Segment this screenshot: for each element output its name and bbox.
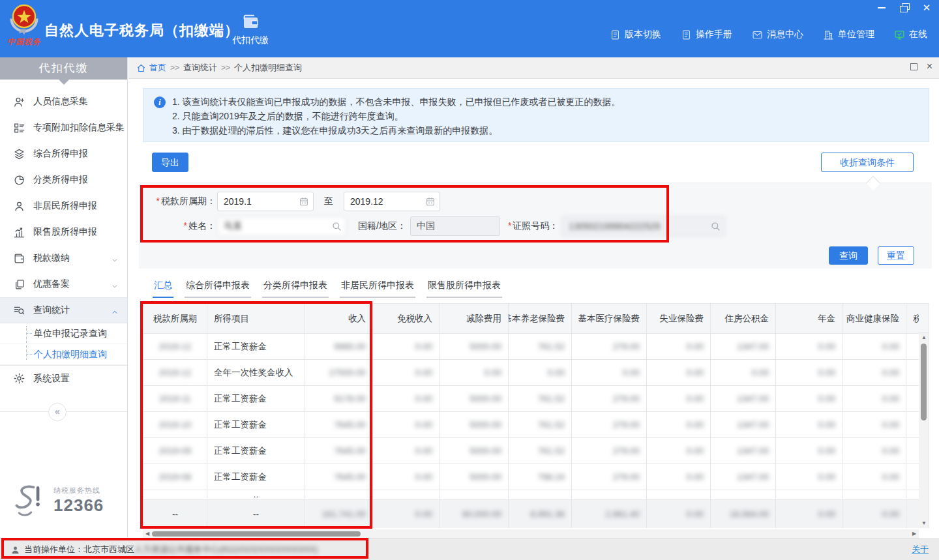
sidebar-item-9[interactable]: 系统设置 bbox=[0, 365, 127, 391]
result-table: 税款所属期所得项目收入免税收入减除费用基本养老保险费基本医疗保险费失业保险费住房… bbox=[143, 303, 919, 528]
cell-value: 0.00 bbox=[687, 472, 704, 482]
horizontal-scrollbar[interactable]: ◀ ▶ bbox=[143, 529, 919, 538]
name-field[interactable] bbox=[217, 216, 346, 236]
table-cell: 5000.00 bbox=[440, 412, 509, 438]
notice-lines: 1. 该查询统计表仅能查询已申报成功的数据，不包含未申报、申报失败，已申报但已作… bbox=[172, 95, 919, 138]
scroll-left-arrow[interactable]: ◀ bbox=[143, 529, 152, 538]
topmenu-item-online[interactable]: 在线 bbox=[894, 29, 927, 40]
tab-daikou-daijiao[interactable]: 代扣代缴 bbox=[227, 12, 274, 46]
sidebar-item-7[interactable]: 优惠备案 bbox=[0, 271, 127, 297]
query-button[interactable]: 查询 bbox=[829, 246, 868, 265]
table-cell: 2019-12 bbox=[143, 334, 207, 360]
vertical-scroll-thumb[interactable] bbox=[921, 344, 927, 420]
table-cell: 279.00 bbox=[572, 334, 647, 360]
table-cell: 279.00 bbox=[572, 386, 647, 412]
table-cell: 0.00 bbox=[776, 438, 842, 464]
sidebar-item-2[interactable]: 综合所得申报 bbox=[0, 141, 127, 167]
table-header-cell: 基本养老保险费 bbox=[509, 304, 572, 334]
tab-2[interactable]: 分类所得申报表 bbox=[262, 280, 329, 298]
close-icon[interactable]: ✕ bbox=[921, 3, 932, 13]
id-field[interactable] bbox=[562, 216, 725, 236]
table-cell bbox=[906, 412, 919, 438]
cell-value: 正常工资薪金 bbox=[214, 341, 267, 353]
table-cell: 27500.00 bbox=[305, 360, 373, 386]
period-from-field[interactable] bbox=[217, 192, 314, 211]
breadcrumb: 首页 >> 查询统计 >> 个人扣缴明细查询 × bbox=[128, 57, 939, 79]
table-cell: 9985.00 bbox=[305, 334, 373, 360]
sidebar-subitem-0[interactable]: 单位申报记录查询 bbox=[0, 323, 127, 344]
restore-icon[interactable] bbox=[899, 3, 910, 13]
sidebar-item-4[interactable]: 非居民所得申报 bbox=[0, 193, 127, 219]
cell-value: 27500.00 bbox=[329, 368, 366, 377]
cell-value: 1347.00 bbox=[737, 394, 769, 404]
national-emblem-icon bbox=[7, 3, 41, 37]
tab-4[interactable]: 限售股所得申报表 bbox=[426, 280, 502, 298]
tab-0[interactable]: 汇总 bbox=[153, 280, 173, 298]
reset-button[interactable]: 重置 bbox=[878, 246, 914, 265]
cell-value: 正常工资薪金 bbox=[214, 471, 267, 483]
scroll-right-arrow[interactable]: ▶ bbox=[910, 529, 919, 538]
sidebar-item-5[interactable]: 限售股所得申报 bbox=[0, 219, 127, 245]
panel-maximize-icon[interactable] bbox=[910, 63, 917, 70]
sidebar-item-8[interactable]: 查询统计 bbox=[0, 297, 127, 323]
collapse-query-button[interactable]: 收折查询条件 bbox=[821, 153, 914, 172]
table-header-cell: 所得项目 bbox=[207, 304, 305, 334]
table-cell bbox=[305, 490, 373, 500]
table-cell: 9178.00 bbox=[305, 386, 373, 412]
breadcrumb-item-query-stats[interactable]: 查询统计 bbox=[183, 62, 217, 74]
sidebar-item-3[interactable]: 分类所得申报 bbox=[0, 167, 127, 193]
topmenu-item-building[interactable]: 单位管理 bbox=[823, 29, 874, 40]
sidebar-collapse-button[interactable]: « bbox=[48, 403, 67, 421]
table-row: 2019-09正常工资薪金7645.000.005000.00761.52279… bbox=[143, 438, 919, 464]
layers-icon bbox=[13, 148, 25, 160]
cell-value: 0.00 bbox=[882, 446, 899, 456]
sidebar-item-6[interactable]: 税款缴纳 bbox=[0, 245, 127, 271]
table-row: 2019-10正常工资薪金7645.000.005000.00761.52279… bbox=[143, 412, 919, 438]
horizontal-scroll-thumb[interactable] bbox=[152, 531, 361, 537]
scroll-up-arrow[interactable]: ▲ bbox=[919, 333, 929, 342]
cell-value: 2019-12 bbox=[159, 368, 192, 377]
tab-1[interactable]: 综合所得申报表 bbox=[185, 280, 251, 298]
logo-script-text: 中国税务 bbox=[5, 37, 43, 48]
table-cell: 279.00 bbox=[572, 464, 647, 490]
period-to-field[interactable] bbox=[344, 192, 440, 211]
id-label: *证照号码： bbox=[508, 220, 558, 232]
calendar-icon[interactable] bbox=[425, 196, 436, 207]
table-row: 2019-12全年一次性奖金收入27500.000.000.000.000.00… bbox=[143, 360, 919, 386]
export-button[interactable]: 导出 bbox=[152, 153, 188, 172]
table-cell: 0.00 bbox=[776, 386, 842, 412]
panel-close-icon[interactable]: × bbox=[927, 63, 932, 70]
about-link[interactable]: 关于 bbox=[912, 544, 929, 555]
vertical-scroll-track[interactable]: ▲ ▼ bbox=[919, 333, 929, 528]
search-icon[interactable] bbox=[331, 221, 342, 231]
current-unit-value: 北京市西城区 bbox=[83, 544, 134, 555]
sidebar-item-0[interactable]: 人员信息采集 bbox=[0, 89, 127, 115]
table-cell: .. bbox=[207, 490, 305, 500]
minimize-icon[interactable] bbox=[876, 3, 888, 13]
table-cell: 0.00 bbox=[842, 464, 906, 490]
vertical-scrollbar[interactable]: ▲ ▼ bbox=[919, 303, 929, 528]
breadcrumb-home[interactable]: 首页 bbox=[149, 62, 166, 74]
table-cell: 1347.00 bbox=[711, 334, 776, 360]
id-input[interactable] bbox=[562, 216, 725, 236]
topmenu-item-mail[interactable]: 消息中心 bbox=[752, 29, 803, 40]
search-icon[interactable] bbox=[710, 221, 721, 231]
name-input[interactable] bbox=[217, 216, 346, 236]
sidebar-item-1[interactable]: 专项附加扣除信息采集 bbox=[0, 115, 127, 141]
pie-chart-icon bbox=[13, 174, 25, 186]
table-cell: 0.00 bbox=[842, 334, 906, 360]
tab-3[interactable]: 非居民所得申报表 bbox=[340, 280, 415, 298]
notice-line-3: 3. 由于数据处理的滞后性，建议您在申报成功3天之后再来查询最新的申报数据。 bbox=[172, 123, 919, 138]
calendar-icon[interactable] bbox=[299, 196, 309, 207]
table-cell: 0.00 bbox=[842, 412, 906, 438]
cell-value: 0.00 bbox=[687, 394, 704, 404]
breadcrumb-separator: >> bbox=[221, 63, 230, 72]
sidebar-subitem-1[interactable]: 个人扣缴明细查询 bbox=[0, 344, 127, 365]
topmenu-item-manual[interactable]: 操作手册 bbox=[681, 29, 732, 40]
topmenu-item-document[interactable]: 版本切换 bbox=[610, 29, 661, 40]
cell-value: 761.52 bbox=[538, 394, 565, 404]
current-unit-redacted: 人力资源公共服务中心(91110102XXXXXXXXXX) bbox=[134, 544, 318, 555]
table-cell bbox=[711, 490, 776, 500]
cell-value: 0.00 bbox=[818, 420, 835, 430]
scroll-down-arrow[interactable]: ▼ bbox=[919, 519, 929, 528]
